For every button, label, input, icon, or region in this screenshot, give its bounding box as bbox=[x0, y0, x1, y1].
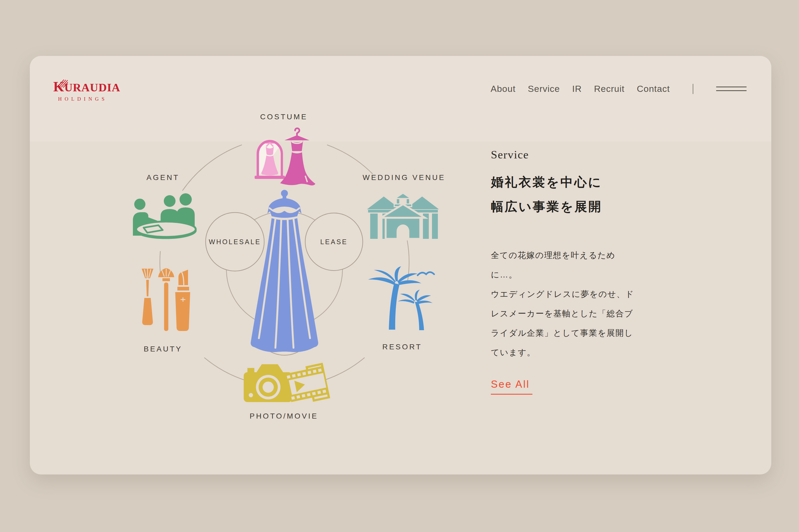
section-heading: 婚礼衣裳を中心に 幅広い事業を展開 bbox=[491, 170, 602, 219]
section-eyebrow: Service bbox=[491, 148, 529, 161]
body-line: レスメーカーを基軸とした「総合ブ bbox=[491, 304, 640, 323]
nav-link-recruit[interactable]: Recruit bbox=[594, 83, 625, 94]
label-resort: RESORT bbox=[382, 343, 422, 351]
label-agent: AGENT bbox=[147, 173, 179, 182]
body-line: ウエディングドレスに夢をのせ、ド bbox=[491, 284, 640, 304]
body-line: ライダル企業」として事業を展開し bbox=[491, 323, 640, 343]
body-line: ています。 bbox=[491, 343, 640, 362]
brand-logo[interactable]: KURAUDIA HOLDINGS bbox=[53, 79, 120, 102]
section-body: 全ての花嫁の理想を叶えるため に…。 ウエディングドレスに夢をのせ、ド レスメー… bbox=[491, 246, 640, 362]
cosmetics-icon bbox=[142, 268, 190, 331]
nav-link-contact[interactable]: Contact bbox=[637, 83, 670, 94]
label-photo-movie: PHOTO/MOVIE bbox=[250, 412, 318, 420]
body-line: 全ての花嫁の理想を叶えるため bbox=[491, 246, 640, 265]
logo-hatch-icon bbox=[57, 79, 68, 88]
consultation-people-icon bbox=[133, 193, 196, 238]
palm-trees-icon bbox=[368, 266, 434, 330]
page: KURAUDIA HOLDINGS About Service IR Recru… bbox=[0, 0, 799, 532]
body-line: に…。 bbox=[491, 265, 640, 284]
label-wedding-venue: WEDDING VENUE bbox=[362, 173, 445, 182]
nav-link-service[interactable]: Service bbox=[528, 83, 560, 94]
main-card: KURAUDIA HOLDINGS About Service IR Recru… bbox=[30, 56, 771, 474]
nav-link-about[interactable]: About bbox=[491, 83, 516, 94]
nav-divider bbox=[693, 84, 693, 94]
label-lease: LEASE bbox=[320, 238, 347, 246]
venue-building-icon bbox=[367, 193, 439, 239]
label-costume: COSTUME bbox=[260, 113, 308, 121]
main-nav: About Service IR Recruit Contact bbox=[491, 83, 746, 94]
nav-link-ir[interactable]: IR bbox=[572, 83, 582, 94]
heading-line-1: 婚礼衣裳を中心に bbox=[491, 170, 602, 194]
heading-line-2: 幅広い事業を展開 bbox=[491, 194, 602, 219]
hamburger-menu-icon[interactable] bbox=[716, 87, 746, 91]
dress-mirror-icon bbox=[254, 128, 315, 186]
label-wholesale: WHOLESALE bbox=[209, 238, 261, 246]
see-all-link[interactable]: See All bbox=[491, 379, 532, 395]
label-beauty: BEAUTY bbox=[144, 345, 182, 353]
camera-film-icon bbox=[244, 364, 329, 405]
business-diagram: WHOLESALE LEASE CLEANING COSTUME AGENT W… bbox=[107, 101, 466, 447]
wedding-dress-icon bbox=[251, 190, 318, 352]
